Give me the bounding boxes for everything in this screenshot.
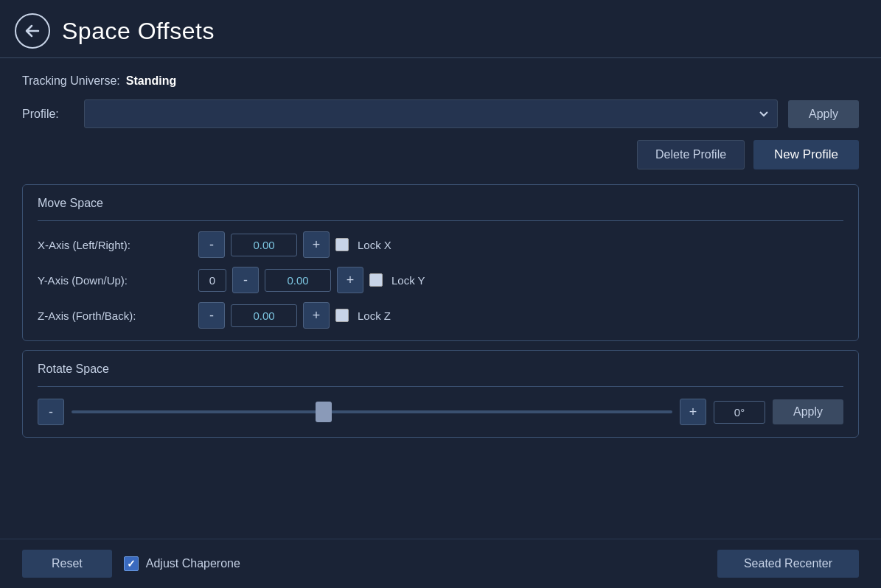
chaperone-group: ✓ Adjust Chaperone xyxy=(124,556,240,571)
tracking-value: Standing xyxy=(126,74,176,88)
y-lock-checkbox[interactable] xyxy=(369,273,383,287)
header: Space Offsets xyxy=(0,0,881,58)
rotate-divider xyxy=(38,386,843,387)
tracking-row: Tracking Universe: Standing xyxy=(22,74,859,88)
x-minus-button[interactable]: - xyxy=(198,231,225,258)
x-value-input[interactable] xyxy=(231,234,297,256)
tracking-label: Tracking Universe: xyxy=(22,74,120,88)
back-icon xyxy=(24,22,41,40)
y-axis-label: Y-Axis (Down/Up): xyxy=(38,274,192,287)
rotate-value: 0° xyxy=(714,401,765,424)
rotate-slider-track xyxy=(72,410,672,413)
z-axis-label: Z-Axis (Forth/Back): xyxy=(38,309,192,322)
y-lock-label: Lock Y xyxy=(391,274,425,287)
z-axis-row: Z-Axis (Forth/Back): - + Lock Z xyxy=(38,302,843,329)
rotate-slider-thumb[interactable] xyxy=(316,402,332,422)
move-space-divider xyxy=(38,220,843,221)
x-axis-row: X-Axis (Left/Right): - + Lock X xyxy=(38,231,843,258)
rotate-minus-button[interactable]: - xyxy=(38,399,64,425)
delete-profile-button[interactable]: Delete Profile xyxy=(637,140,745,169)
rotate-slider-container[interactable] xyxy=(72,399,672,425)
z-plus-button[interactable]: + xyxy=(303,302,330,329)
seated-recenter-button[interactable]: Seated Recenter xyxy=(717,550,859,578)
z-lock-checkbox[interactable] xyxy=(335,309,349,322)
content: Tracking Universe: Standing Profile: App… xyxy=(0,58,881,539)
profile-actions: Delete Profile New Profile xyxy=(22,140,859,169)
y-plus-button[interactable]: + xyxy=(337,267,363,293)
apply-profile-button[interactable]: Apply xyxy=(788,100,859,128)
z-minus-button[interactable]: - xyxy=(198,302,225,329)
x-lock-checkbox[interactable] xyxy=(335,238,349,251)
move-space-title: Move Space xyxy=(38,197,843,210)
y-value-input[interactable] xyxy=(265,269,331,292)
y-num-box: 0 xyxy=(198,269,226,292)
chaperone-checkbox[interactable]: ✓ xyxy=(124,556,139,571)
rotate-space-title: Rotate Space xyxy=(38,363,843,376)
profile-select[interactable] xyxy=(84,99,778,128)
page-title: Space Offsets xyxy=(62,18,215,45)
profile-label: Profile: xyxy=(22,108,74,121)
y-minus-button[interactable]: - xyxy=(232,267,259,293)
rotate-controls: - + 0° Apply xyxy=(38,399,843,425)
y-axis-row: Y-Axis (Down/Up): 0 - + Lock Y xyxy=(38,267,843,293)
new-profile-button[interactable]: New Profile xyxy=(753,140,859,169)
x-plus-button[interactable]: + xyxy=(303,231,330,258)
z-lock-label: Lock Z xyxy=(358,309,391,322)
chaperone-label: Adjust Chaperone xyxy=(146,557,240,570)
rotate-plus-button[interactable]: + xyxy=(680,399,706,425)
x-lock-label: Lock X xyxy=(358,239,391,251)
profile-row: Profile: Apply xyxy=(22,99,859,128)
move-space-panel: Move Space X-Axis (Left/Right): - + Lock… xyxy=(22,184,859,341)
rotate-apply-button[interactable]: Apply xyxy=(773,399,843,424)
chaperone-checkmark: ✓ xyxy=(127,558,136,570)
page: Space Offsets Tracking Universe: Standin… xyxy=(0,0,881,588)
z-value-input[interactable] xyxy=(231,304,297,327)
bottom-bar: Reset ✓ Adjust Chaperone Seated Recenter xyxy=(0,539,881,588)
back-button[interactable] xyxy=(15,13,50,49)
x-axis-label: X-Axis (Left/Right): xyxy=(38,239,192,251)
rotate-space-panel: Rotate Space - + 0° Apply xyxy=(22,350,859,438)
reset-button[interactable]: Reset xyxy=(22,550,112,578)
